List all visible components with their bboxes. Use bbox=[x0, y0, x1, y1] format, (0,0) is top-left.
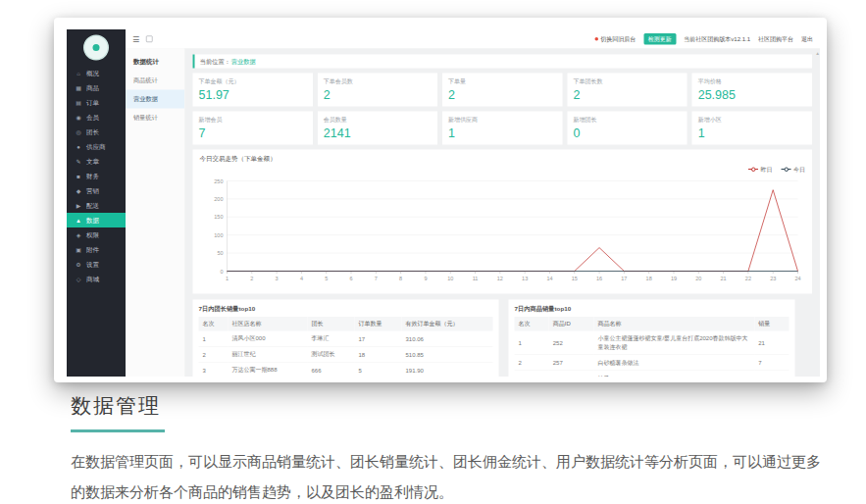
stat-label: 会员数量 bbox=[324, 116, 432, 125]
table-row: 3 万达公寓一期888 666 5 191.90 bbox=[199, 362, 493, 377]
settings-icon: ⚙ bbox=[75, 261, 82, 268]
order-icon: ▤ bbox=[75, 99, 82, 106]
svg-text:7: 7 bbox=[375, 276, 378, 281]
sidebar-item-label: 附件 bbox=[86, 245, 99, 254]
content-area: ▴ 当前位置： 营业数据 下单金额（元） 51.97 bbox=[185, 49, 821, 378]
app-logo bbox=[83, 35, 109, 61]
stat-label: 新增会员 bbox=[199, 116, 307, 125]
page-title: 数据管理 bbox=[71, 392, 834, 420]
stat-value: 25.985 bbox=[698, 87, 806, 102]
svg-text:11: 11 bbox=[473, 276, 479, 281]
leader-sales-table: 名次社区店名称团长订单数量有效订单金额（元） 1 清风小区000 李琳汇 bbox=[199, 317, 493, 377]
table-row: 1 252 小童公主裙蓬蓬纱裙女童/婴儿童台打底2020春款韩版中大童装连衣裙 … bbox=[515, 331, 790, 355]
home-icon: ⌂ bbox=[75, 70, 82, 76]
hamburger-icon[interactable]: ☰ bbox=[132, 34, 139, 44]
svg-text:19: 19 bbox=[671, 276, 677, 281]
sidebar-item-label: 商品 bbox=[86, 83, 99, 92]
secondary-sidebar: 数据统计 商品统计 营业数据 bbox=[126, 49, 185, 378]
member-icon: ◉ bbox=[75, 114, 82, 121]
stat-card: 会员数量 2141 bbox=[318, 112, 437, 145]
check-update-badge[interactable]: 检测更新 bbox=[643, 33, 676, 45]
table-row: 1 清风小区000 李琳汇 17 310.06 bbox=[199, 331, 493, 347]
alert-dot-icon bbox=[594, 37, 598, 41]
platform-link[interactable]: 社区团购平台 bbox=[758, 34, 793, 43]
stat-card: 新增团长 0 bbox=[567, 112, 687, 145]
column-header: 有效订单金额（元） bbox=[401, 317, 492, 331]
sidebar-item[interactable]: ⚙ 设置 bbox=[67, 257, 126, 272]
sidebar-item[interactable]: ✎ 文章 bbox=[67, 154, 126, 169]
svg-text:4: 4 bbox=[300, 276, 303, 281]
column-header: 名次 bbox=[199, 317, 229, 331]
column-header: 订单数量 bbox=[355, 317, 402, 331]
stat-card: 下单会员数 2 bbox=[318, 74, 437, 107]
stat-value: 51.97 bbox=[199, 87, 307, 102]
svg-text:23: 23 bbox=[770, 276, 776, 281]
leader-sales-table-panel: 7日内团长销量top10 名次社区店名称团长订单数量有效订单金额（元） bbox=[193, 300, 499, 378]
sidebar-item[interactable]: ▣ 附件 bbox=[67, 242, 126, 257]
leader-icon: ◎ bbox=[75, 128, 82, 135]
permission-icon: ◈ bbox=[75, 231, 82, 238]
svg-text:15: 15 bbox=[572, 276, 578, 281]
breadcrumb-current-link[interactable]: 营业数据 bbox=[231, 57, 256, 66]
logout-link[interactable]: 退出 bbox=[801, 34, 813, 43]
submenu-item[interactable]: 销量统计 bbox=[126, 109, 184, 127]
data-icon: ▲ bbox=[75, 217, 82, 224]
sidebar-item-label: 文章 bbox=[86, 157, 99, 166]
sidebar-item[interactable]: ◎ 团长 bbox=[67, 125, 126, 139]
mall-icon: ◇ bbox=[75, 276, 82, 282]
svg-text:100: 100 bbox=[214, 232, 223, 238]
delivery-icon: ▶ bbox=[75, 202, 82, 209]
stat-label: 平均价格 bbox=[698, 77, 806, 86]
svg-text:14: 14 bbox=[546, 276, 552, 281]
sidebar-item-label: 营销 bbox=[86, 186, 99, 195]
svg-text:50: 50 bbox=[217, 250, 223, 256]
sidebar-item[interactable]: ⌂ 概况 bbox=[67, 66, 126, 80]
table-title: 7日内商品销量top10 bbox=[515, 305, 790, 314]
article-icon: ✎ bbox=[75, 158, 82, 165]
stats-row-2: 新增会员 7 会员数量 2141 新增供应商 bbox=[193, 112, 813, 145]
submenu-item[interactable]: 商品统计 bbox=[126, 72, 184, 90]
sidebar-item[interactable]: ▤ 订单 bbox=[67, 95, 126, 110]
goods-icon: ▦ bbox=[75, 84, 82, 91]
sidebar-item-label: 团长 bbox=[86, 127, 99, 136]
sidebar-item-label: 供应商 bbox=[86, 142, 106, 151]
breadcrumb: 当前位置： 营业数据 bbox=[193, 55, 813, 69]
svg-text:9: 9 bbox=[424, 276, 427, 281]
sidebar-item[interactable]: ● 供应商 bbox=[67, 139, 126, 154]
sidebar-item[interactable]: ▲ 数据 bbox=[67, 213, 126, 227]
stat-card: 下单量 2 bbox=[442, 74, 562, 107]
stat-card: 新增会员 7 bbox=[193, 112, 313, 145]
column-header: 商品ID bbox=[549, 317, 594, 331]
sidebar-item[interactable]: ◉ 会员 bbox=[67, 110, 126, 125]
stat-label: 下单金额（元） bbox=[199, 77, 307, 86]
sidebar-item-label: 订单 bbox=[86, 98, 99, 107]
column-header: 名次 bbox=[515, 317, 549, 331]
stat-value: 2 bbox=[448, 87, 556, 102]
svg-text:200: 200 bbox=[214, 196, 223, 202]
stat-label: 下单会员数 bbox=[324, 77, 432, 86]
stat-label: 新增供应商 bbox=[448, 116, 556, 125]
sidebar-item[interactable]: ◇ 商城 bbox=[67, 272, 126, 286]
sidebar-item[interactable]: ◆ 营销 bbox=[67, 183, 126, 198]
scroll-up-arrow-icon[interactable]: ▴ bbox=[816, 50, 819, 57]
doc-section: 数据管理 在数据管理页面，可以显示商品销量统计、团长销量统计、团长佣金统计、用户… bbox=[71, 392, 834, 504]
sidebar-item-label: 数据 bbox=[86, 216, 99, 225]
sidebar-item-label: 概况 bbox=[86, 69, 99, 77]
attachment-icon: ▣ bbox=[75, 246, 82, 253]
svg-text:250: 250 bbox=[214, 178, 223, 184]
svg-text:12: 12 bbox=[497, 276, 503, 281]
submenu-item[interactable]: 营业数据 bbox=[126, 90, 184, 109]
legend-item[interactable]: 昨日 bbox=[748, 165, 773, 174]
fullscreen-icon[interactable] bbox=[146, 35, 153, 42]
product-sales-table-panel: 7日内商品销量top10 名次商品ID商品名称销量 bbox=[509, 300, 795, 378]
svg-text:24: 24 bbox=[794, 276, 800, 281]
legend-item[interactable]: 今日 bbox=[782, 165, 806, 174]
sidebar-item[interactable]: ■ 财务 bbox=[67, 169, 126, 183]
svg-text:1: 1 bbox=[226, 276, 229, 281]
switch-old-admin-link[interactable]: 切换回旧后台 bbox=[594, 34, 636, 43]
sidebar-item[interactable]: ▦ 商品 bbox=[67, 80, 126, 95]
sidebar-item[interactable]: ▶ 配送 bbox=[67, 198, 126, 213]
stat-label: 下单团长数 bbox=[573, 77, 681, 86]
sidebar-item[interactable]: ◈ 权限 bbox=[67, 227, 126, 242]
sidebar-item-label: 配送 bbox=[86, 201, 99, 210]
